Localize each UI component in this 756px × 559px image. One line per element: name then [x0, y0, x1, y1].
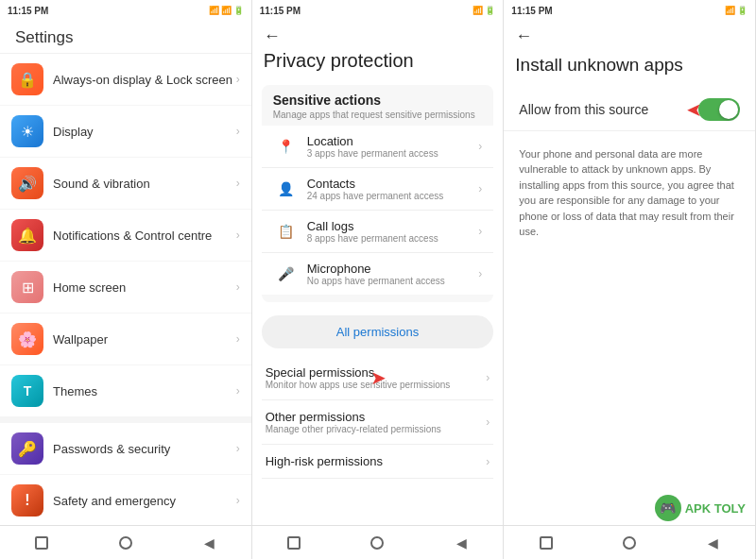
battery-icon-status: 🔋	[233, 6, 244, 15]
special-text: Special permissions Monitor how apps use…	[266, 365, 487, 390]
contacts-title: Contacts	[307, 177, 479, 191]
back-icon: ◀	[204, 535, 215, 551]
wifi-icon-2: 📶	[472, 6, 483, 15]
time-2: 11:15 PM	[260, 6, 301, 16]
other-permissions-item[interactable]: Other permissions Manage other privacy-r…	[262, 400, 494, 445]
status-icons-1: 📶 📶 🔋	[209, 6, 244, 15]
calllogs-text: Call logs 8 apps have permanent access	[307, 219, 479, 244]
settings-item-sound[interactable]: 🔊 Sound & vibration ›	[0, 158, 251, 210]
nav-back-btn-3[interactable]: ◀	[700, 534, 727, 552]
notif-label: Notifications & Control centre	[53, 229, 236, 243]
chevron-icon: ›	[236, 332, 240, 346]
status-icons-2: 📶 🔋	[472, 6, 495, 15]
chevron-icon: ›	[236, 280, 240, 294]
square-icon-2	[287, 536, 301, 550]
back-arrow-3[interactable]: ←	[515, 26, 532, 45]
circle-icon-3	[623, 536, 636, 550]
settings-item-safety[interactable]: ! Safety and emergency ›	[0, 475, 251, 525]
privacy-item-location[interactable]: 📍 Location 3 apps have permanent access …	[262, 126, 494, 168]
passwords-label: Passwords & security	[53, 442, 236, 456]
privacy-item-calllogs[interactable]: 📋 Call logs 8 apps have permanent access…	[262, 211, 494, 253]
settings-item-display[interactable]: ☀ Display ›	[0, 106, 251, 158]
warning-text: Your phone and personal data are more vu…	[504, 131, 755, 255]
nav-square-btn[interactable]	[28, 534, 55, 552]
highrisk-title: High-risk permissions	[266, 454, 487, 468]
contacts-subtitle: 24 apps have permanent access	[307, 191, 479, 201]
highrisk-permissions-item[interactable]: High-risk permissions ›	[262, 445, 494, 479]
back-arrow-2[interactable]: ←	[264, 26, 281, 46]
signal-icon: 📶	[221, 6, 232, 15]
settings-list: 🔒 Always-on display & Lock screen › ☀ Di…	[0, 54, 251, 525]
microphone-title: Microphone	[307, 262, 479, 276]
chevron-icon: ›	[236, 229, 240, 242]
chevron-icon: ›	[486, 371, 490, 384]
passwords-icon: 🔑	[11, 432, 43, 465]
settings-panel: 11:15 PM 📶 📶 🔋 Settings 🔒 Always-on disp…	[0, 0, 252, 559]
settings-item-home[interactable]: ⊞ Home screen ›	[0, 262, 251, 313]
back-icon-2: ◀	[456, 535, 467, 551]
privacy-item-microphone[interactable]: 🎤 Microphone No apps have permanent acce…	[262, 253, 494, 295]
nav-back-btn[interactable]: ◀	[196, 534, 222, 552]
settings-item-themes[interactable]: T Themes ›	[0, 365, 251, 417]
nav-circle-btn-2[interactable]	[364, 534, 390, 552]
microphone-text: Microphone No apps have permanent access	[307, 262, 479, 286]
time-1: 11:15 PM	[8, 6, 48, 16]
install-unknown-panel: 11:15 PM 📶 🔋 ← Install unknown apps Allo…	[504, 0, 756, 559]
special-permissions-item[interactable]: Special permissions Monitor how apps use…	[262, 356, 494, 400]
chevron-icon: ›	[486, 415, 490, 429]
allow-toggle[interactable]	[698, 98, 740, 121]
nav-square-btn-3[interactable]	[533, 534, 559, 552]
microphone-icon: 🎤	[273, 261, 300, 287]
settings-item-notif[interactable]: 🔔 Notifications & Control centre ›	[0, 210, 251, 262]
all-permissions-button[interactable]: All permissions	[262, 315, 494, 348]
status-bar-1: 11:15 PM 📶 📶 🔋	[0, 0, 251, 21]
chevron-icon: ›	[236, 177, 240, 190]
settings-item-wallpaper[interactable]: 🌸 Wallpaper ›	[0, 313, 251, 365]
location-title: Location	[307, 134, 479, 148]
nav-back-btn-2[interactable]: ◀	[448, 534, 474, 552]
install-title: Install unknown apps	[504, 50, 755, 89]
time-3: 11:15 PM	[511, 6, 552, 16]
themes-label: Themes	[53, 384, 236, 398]
nav-square-btn-2[interactable]	[281, 534, 307, 552]
allow-from-source-row: Allow from this source ➤	[504, 89, 755, 131]
circle-icon	[119, 536, 132, 550]
safety-icon: !	[11, 484, 43, 517]
bottom-nav-3: ◀	[504, 525, 755, 559]
location-icon: 📍	[273, 133, 300, 160]
contacts-text: Contacts 24 apps have permanent access	[307, 177, 479, 201]
apk-branding: 🎮 APK TOLY	[655, 495, 746, 521]
nav-circle-btn[interactable]	[112, 534, 139, 552]
chevron-icon: ›	[236, 494, 240, 507]
battery-icon-status-3: 🔋	[737, 6, 747, 15]
privacy-item-contacts[interactable]: 👤 Contacts 24 apps have permanent access…	[262, 168, 494, 211]
bottom-nav-2: ◀	[252, 525, 504, 559]
always-on-label: Always-on display & Lock screen	[53, 73, 236, 87]
settings-title: Settings	[0, 21, 251, 54]
special-subtitle: Monitor how apps use sensitive permissio…	[266, 380, 487, 390]
toggle-knob	[719, 100, 738, 119]
status-bar-3: 11:15 PM 📶 🔋	[504, 0, 755, 21]
chevron-icon: ›	[478, 182, 482, 195]
settings-item-always-on[interactable]: 🔒 Always-on display & Lock screen ›	[0, 54, 251, 106]
location-subtitle: 3 apps have permanent access	[307, 148, 479, 159]
sensitive-actions-section: Sensitive actions Manage apps that reque…	[262, 85, 494, 302]
sensitive-actions-subtitle: Manage apps that request sensitive permi…	[262, 110, 494, 126]
calllogs-subtitle: 8 apps have permanent access	[307, 233, 479, 244]
nav-circle-btn-3[interactable]	[616, 534, 643, 552]
location-text: Location 3 apps have permanent access	[307, 134, 479, 159]
chevron-icon: ›	[236, 384, 240, 398]
apk-icon: 🎮	[655, 495, 681, 521]
wallpaper-icon: 🌸	[11, 323, 43, 355]
settings-item-passwords[interactable]: 🔑 Passwords & security ›	[0, 423, 251, 475]
always-on-icon: 🔒	[11, 63, 43, 95]
apk-text: APK TOLY	[685, 501, 746, 516]
bottom-nav-1: ◀	[0, 525, 251, 559]
chevron-icon: ›	[236, 73, 240, 86]
privacy-panel: 11:15 PM 📶 🔋 ← Privacy protection Sensit…	[252, 0, 505, 559]
home-icon: ⊞	[11, 271, 43, 303]
chevron-icon: ›	[236, 125, 240, 138]
highrisk-text: High-risk permissions	[266, 454, 487, 468]
sound-label: Sound & vibration	[53, 177, 236, 191]
privacy-title: Privacy protection	[252, 50, 504, 79]
